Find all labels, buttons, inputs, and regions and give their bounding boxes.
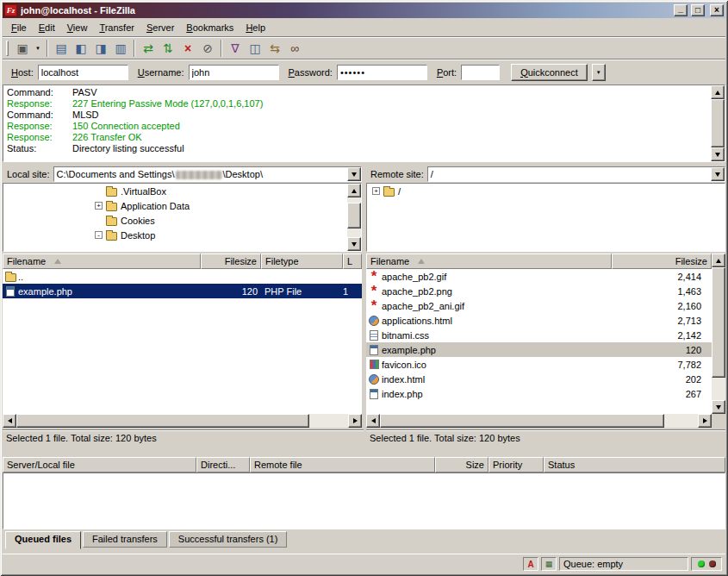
tab-failed-transfers[interactable]: Failed transfers bbox=[83, 531, 167, 548]
scroll-thumb[interactable] bbox=[711, 99, 725, 147]
receive-led-icon bbox=[698, 560, 705, 567]
tree-item[interactable]: + Application Data bbox=[3, 198, 361, 213]
collapse-icon[interactable]: - bbox=[95, 231, 103, 239]
menu-transfer[interactable]: Transfer bbox=[93, 20, 140, 35]
port-input[interactable] bbox=[461, 65, 500, 80]
file-row-selected[interactable]: example.php 120 PHP File 1 bbox=[3, 284, 362, 298]
toolbar-grip[interactable] bbox=[6, 41, 9, 56]
arrow-down-icon bbox=[715, 153, 720, 157]
file-row[interactable]: apache_pb2_ani.gif 2,160 bbox=[366, 298, 712, 313]
synchronized-browsing-icon[interactable]: ⇆ bbox=[265, 39, 284, 58]
file-row[interactable]: apache_pb2.png 1,463 bbox=[366, 284, 712, 298]
column-last-modified[interactable]: L bbox=[343, 254, 362, 269]
tree-item[interactable]: .VirtualBox bbox=[3, 184, 361, 198]
column-filename[interactable]: Filename bbox=[366, 254, 612, 269]
maximize-button[interactable]: □ bbox=[691, 4, 705, 16]
scroll-left-button[interactable] bbox=[3, 414, 16, 428]
toggle-message-log-icon[interactable]: ▤ bbox=[52, 39, 71, 58]
file-row[interactable]: bitnami.css 2,142 bbox=[366, 328, 712, 342]
scroll-right-button[interactable] bbox=[698, 414, 712, 428]
menu-view[interactable]: View bbox=[61, 20, 94, 35]
scroll-left-button[interactable] bbox=[366, 414, 380, 428]
filezilla-window: Fz john@localhost - FileZilla _ □ × File… bbox=[0, 0, 728, 576]
local-path-combo[interactable]: C:\Documents and Settings\\Desktop\ bbox=[53, 166, 362, 182]
menu-bookmarks[interactable]: Bookmarks bbox=[180, 20, 240, 35]
file-size: 7,782 bbox=[612, 360, 706, 370]
site-manager-dropdown-icon[interactable]: ▼ bbox=[33, 39, 43, 58]
close-button[interactable]: × bbox=[710, 4, 724, 16]
column-filetype[interactable]: Filetype bbox=[261, 254, 343, 269]
tree-item[interactable]: Cookies bbox=[3, 213, 361, 228]
queue-column-priority[interactable]: Priority bbox=[488, 457, 544, 473]
tab-queued-files[interactable]: Queued files bbox=[5, 531, 81, 549]
expand-icon[interactable]: + bbox=[372, 187, 380, 195]
queue-column-remote-file[interactable]: Remote file bbox=[250, 457, 435, 473]
refresh-icon[interactable]: ⇄ bbox=[139, 39, 158, 58]
queue-column-size[interactable]: Size bbox=[435, 457, 488, 473]
scroll-down-button[interactable] bbox=[712, 400, 725, 414]
tree-item[interactable]: + / bbox=[367, 184, 725, 198]
queue-column-status[interactable]: Status bbox=[544, 457, 725, 473]
filter-icon[interactable]: ∇ bbox=[226, 39, 245, 58]
file-row[interactable]: index.html 202 bbox=[366, 372, 712, 386]
column-filesize[interactable]: Filesize bbox=[612, 254, 712, 269]
host-input[interactable] bbox=[38, 65, 128, 80]
menu-edit[interactable]: Edit bbox=[33, 20, 61, 35]
local-tree-scrollbar[interactable] bbox=[347, 184, 361, 251]
scroll-thumb[interactable] bbox=[380, 414, 664, 428]
file-row[interactable]: apache_pb2.gif 2,414 bbox=[366, 269, 712, 284]
file-row[interactable]: .. bbox=[3, 269, 362, 284]
log-scrollbar[interactable] bbox=[711, 85, 725, 161]
password-input[interactable] bbox=[337, 65, 427, 80]
scroll-track[interactable] bbox=[712, 267, 725, 400]
directory-comparison-icon[interactable]: ◫ bbox=[246, 39, 264, 58]
quickconnect-dropdown-icon[interactable]: ▼ bbox=[592, 64, 606, 81]
combo-dropdown-button[interactable] bbox=[711, 167, 725, 181]
toggle-remote-tree-icon[interactable]: ◨ bbox=[91, 39, 110, 58]
expand-icon[interactable]: + bbox=[95, 202, 103, 210]
site-manager-icon[interactable]: ▣ bbox=[13, 39, 32, 58]
scroll-thumb[interactable] bbox=[712, 267, 725, 378]
disconnect-icon[interactable]: ⊘ bbox=[198, 39, 217, 58]
scroll-track[interactable] bbox=[347, 197, 361, 237]
cancel-operation-icon[interactable]: × bbox=[178, 39, 197, 58]
menu-help[interactable]: Help bbox=[240, 20, 271, 35]
filezilla-logo-icon[interactable]: Fz bbox=[4, 4, 17, 16]
scroll-thumb[interactable] bbox=[16, 414, 309, 428]
scroll-down-button[interactable] bbox=[347, 237, 361, 251]
tree-item[interactable]: - Desktop bbox=[3, 228, 361, 242]
column-filesize[interactable]: Filesize bbox=[201, 254, 261, 269]
scroll-track[interactable] bbox=[16, 414, 348, 428]
username-input[interactable] bbox=[189, 65, 279, 80]
local-list-hscrollbar[interactable] bbox=[3, 414, 362, 428]
scroll-up-button[interactable] bbox=[347, 184, 361, 197]
file-row[interactable]: index.php 267 bbox=[366, 386, 712, 401]
scroll-track[interactable] bbox=[711, 99, 725, 147]
scroll-up-button[interactable] bbox=[711, 85, 725, 99]
queue-column-direction[interactable]: Directi... bbox=[196, 457, 250, 473]
scroll-right-button[interactable] bbox=[348, 414, 362, 428]
menu-server[interactable]: Server bbox=[140, 20, 180, 35]
scroll-thumb[interactable] bbox=[347, 203, 361, 229]
tab-successful-transfers[interactable]: Successful transfers (1) bbox=[169, 531, 288, 548]
menu-file[interactable]: File bbox=[5, 20, 33, 35]
toggle-transfer-queue-icon[interactable]: ▥ bbox=[111, 39, 130, 58]
scroll-down-button[interactable] bbox=[711, 147, 725, 161]
column-filename[interactable]: Filename bbox=[3, 254, 201, 269]
remote-path-combo[interactable]: / bbox=[427, 166, 725, 182]
toggle-local-tree-icon[interactable]: ◧ bbox=[72, 39, 90, 58]
process-queue-icon[interactable]: ⇅ bbox=[159, 39, 177, 58]
scroll-track[interactable] bbox=[380, 414, 698, 428]
file-row[interactable]: applications.html 2,713 bbox=[366, 313, 712, 328]
remote-list-hscrollbar[interactable] bbox=[366, 414, 712, 428]
remote-list-scrollbar[interactable] bbox=[712, 254, 725, 414]
minimize-button[interactable]: _ bbox=[674, 4, 688, 16]
find-files-icon[interactable]: ∞ bbox=[285, 39, 304, 58]
scroll-up-button[interactable] bbox=[712, 254, 725, 267]
remote-status-text: Selected 1 file. Total size: 120 bytes bbox=[366, 429, 725, 445]
combo-dropdown-button[interactable] bbox=[347, 167, 361, 181]
file-row-selected[interactable]: example.php 120 bbox=[366, 342, 712, 357]
file-row[interactable]: favicon.ico 7,782 bbox=[366, 357, 712, 372]
quickconnect-button[interactable]: Quickconnect bbox=[511, 64, 588, 81]
queue-column-server-local-file[interactable]: Server/Local file bbox=[3, 457, 196, 473]
